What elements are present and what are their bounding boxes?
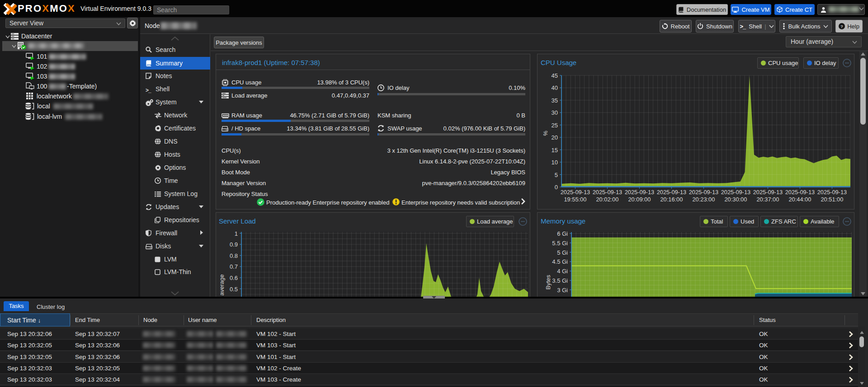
svg-text:0.6: 0.6 <box>230 275 238 281</box>
svg-text:0.9: 0.9 <box>230 241 238 248</box>
svg-text:20:02:00: 20:02:00 <box>596 196 618 203</box>
svg-text:20:16:00: 20:16:00 <box>660 196 683 203</box>
svg-text:6 Gi: 6 Gi <box>557 230 568 237</box>
svg-text:4.5 Gi: 4.5 Gi <box>552 258 568 265</box>
svg-text:2025-09-13: 2025-09-13 <box>817 189 847 196</box>
svg-text:0.7: 0.7 <box>230 263 238 270</box>
svg-text:0.5: 0.5 <box>230 286 238 293</box>
svg-text:Bytes: Bytes <box>545 275 552 289</box>
svg-text:20:23:00: 20:23:00 <box>692 196 715 203</box>
svg-text:%: % <box>542 131 549 136</box>
svg-text:5.5 Gi: 5.5 Gi <box>552 240 568 247</box>
svg-text:2025-09-13: 2025-09-13 <box>753 189 783 196</box>
svg-text:15: 15 <box>552 147 558 154</box>
svg-text:1: 1 <box>235 230 238 237</box>
svg-text:30: 30 <box>552 109 558 116</box>
svg-text:20: 20 <box>552 134 558 141</box>
svg-text:4 Gi: 4 Gi <box>557 268 568 275</box>
svg-text:2025-09-13: 2025-09-13 <box>593 189 622 196</box>
svg-text:3.5 Gi: 3.5 Gi <box>552 277 568 284</box>
svg-text:2025-09-13: 2025-09-13 <box>657 189 686 196</box>
svg-text:0.8: 0.8 <box>230 252 238 259</box>
svg-text:20:30:00: 20:30:00 <box>724 196 747 203</box>
svg-text:2025-09-13: 2025-09-13 <box>625 189 654 196</box>
svg-text:0: 0 <box>555 184 558 191</box>
svg-text:average: average <box>218 275 225 296</box>
svg-text:5: 5 <box>555 172 558 178</box>
svg-text:10: 10 <box>552 159 558 166</box>
svg-text:?: ? <box>840 24 843 29</box>
svg-text:5 Gi: 5 Gi <box>557 249 568 256</box>
svg-text:20:51:00: 20:51:00 <box>821 196 843 203</box>
svg-text:40: 40 <box>552 84 558 91</box>
svg-text:25: 25 <box>552 122 558 129</box>
svg-text:2025-09-13: 2025-09-13 <box>785 189 815 196</box>
svg-text:45: 45 <box>552 72 558 79</box>
svg-text:20:44:00: 20:44:00 <box>788 196 811 203</box>
svg-text:2025-09-13: 2025-09-13 <box>689 189 718 196</box>
svg-text:19:55:00: 19:55:00 <box>564 196 586 203</box>
svg-text:3 Gi: 3 Gi <box>557 287 568 294</box>
svg-text:35: 35 <box>552 97 558 104</box>
svg-text:2025-09-13: 2025-09-13 <box>721 189 750 196</box>
svg-text:2025-09-13: 2025-09-13 <box>561 189 590 196</box>
svg-text:20:09:00: 20:09:00 <box>628 196 651 203</box>
svg-text:20:37:00: 20:37:00 <box>756 196 779 203</box>
